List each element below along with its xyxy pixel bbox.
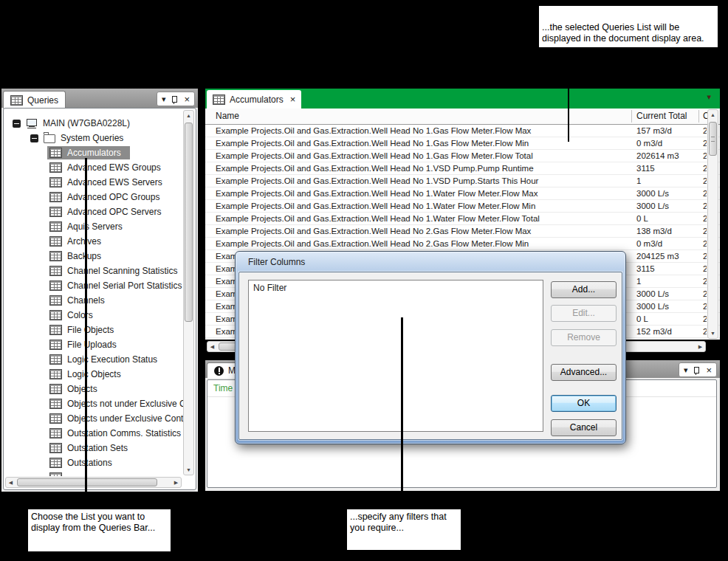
tree-item[interactable]: Advanced EWS Servers [4,175,194,190]
scroll-right-icon[interactable]: ▶ [696,342,705,351]
tree-item-label: Logic Execution Status [67,354,157,365]
filter-list-box[interactable]: No Filter [248,280,543,432]
scroll-down-icon[interactable]: ▼ [708,328,718,338]
table-row[interactable]: Example Projects.Oil and Gas.Extraction.… [205,125,720,137]
table-row[interactable]: Example Projects.Oil and Gas.Extraction.… [205,187,720,200]
tree-item[interactable]: Channels [4,293,194,308]
query-list-icon [49,162,62,173]
scroll-thumb[interactable] [709,122,717,156]
tree-item[interactable]: File Objects [4,323,194,337]
tree-item-main[interactable]: MAIN (W7GBA0228L) [4,116,194,131]
tree-item[interactable]: Archives [4,234,194,249]
cell-current-total: 204125 m3 [636,250,698,262]
cell-current-total: 3000 L/s [636,200,698,212]
query-list-icon [49,354,62,365]
scroll-down-icon[interactable]: ▼ [184,465,193,475]
table-vertical-scrollbar[interactable]: ▲ ▼ [707,109,718,339]
query-list-icon [49,221,62,232]
tree-item[interactable]: Advanced OPC Servers [4,204,194,219]
tree-item-label: Archives [67,236,101,247]
pin-icon[interactable] [694,367,699,374]
document-tab-bar: Accumulators × ▾ [205,89,720,109]
table-row[interactable]: Example Projects.Oil and Gas.Extraction.… [205,200,720,213]
table-row[interactable]: Example Projects.Oil and Gas.Extraction.… [205,162,720,175]
scroll-up-icon[interactable]: ▲ [708,110,718,120]
tree-item[interactable]: Channel Scanning Statistics [4,264,194,278]
advanced-button[interactable]: Advanced... [551,364,617,381]
tree-item[interactable]: Outstations [4,455,194,470]
queries-panel-header: Queries ▾ × [1,89,198,108]
tree-item-label: Objects [67,384,97,394]
column-header-current-total[interactable]: Current Total [636,111,687,121]
close-icon[interactable]: × [706,365,712,375]
tree-item[interactable]: Objects not under Exclusive Cont [4,396,194,411]
tree-horizontal-scrollbar[interactable]: ◀ ▶ [5,477,182,488]
tree-vertical-scrollbar[interactable]: ▲ ▼ [183,110,194,475]
tree-item[interactable]: Colors [4,308,194,323]
scroll-left-icon[interactable]: ◀ [6,478,16,487]
table-row[interactable]: Example Projects.Oil and Gas.Extraction.… [205,225,720,238]
query-list-icon [49,280,62,291]
column-divider[interactable] [698,110,699,123]
tree-item[interactable]: Aquis Servers [4,219,194,234]
collapse-icon[interactable] [13,120,21,128]
column-header-name[interactable]: Name [216,111,239,121]
cell-current-total: 0 L [636,213,698,224]
tree-item-system-queries[interactable]: System Queries [4,131,194,145]
cell-partial: 2 [703,175,707,187]
tree-item[interactable]: Outstation Sets [4,441,194,455]
table-row[interactable]: Example Projects.Oil and Gas.Extraction.… [205,175,720,187]
queries-tree-container: MAIN (W7GBA0228L) System Queries Accumul… [3,108,196,490]
table-row[interactable]: Example Projects.Oil and Gas.Extraction.… [205,238,720,250]
tabbar-dropdown-icon[interactable]: ▾ [707,92,711,102]
cancel-button[interactable]: Cancel [551,419,617,436]
cell-name: Example Projects.Oil and Gas.Extraction.… [216,238,628,249]
close-icon[interactable]: × [184,94,190,104]
column-divider[interactable] [631,110,632,123]
callout-line-filter [401,317,403,509]
tree-item[interactable]: Advanced EWS Groups [4,160,194,175]
query-list-icon [49,310,62,320]
query-list-icon [49,399,62,409]
tree-item-label: File Objects [67,325,114,335]
scroll-right-icon[interactable]: ▶ [171,478,181,487]
tree-item[interactable]: Objects under Exclusive Control [4,411,194,426]
cell-name: Example Projects.Oil and Gas.Extraction.… [216,137,628,149]
tree-item[interactable]: Objects [4,382,194,396]
query-list-icon [49,266,62,276]
scroll-up-icon[interactable]: ▲ [184,111,193,120]
ok-button[interactable]: OK [551,395,617,412]
cell-current-total: 0 m3/d [636,238,698,249]
queries-tab[interactable]: Queries [3,91,66,109]
scroll-left-icon[interactable]: ◀ [207,342,217,351]
close-tab-icon[interactable]: × [290,94,296,104]
panel-menu-icon[interactable]: ▾ [162,95,166,103]
tree-item-label: Advanced EWS Groups [67,162,161,173]
tree-item-clipped[interactable] [4,470,194,476]
tree-item[interactable]: Logic Objects [4,367,194,382]
query-list-icon [49,207,62,217]
tree-item[interactable]: Logic Execution Status [4,352,194,367]
cell-name: Example Projects.Oil and Gas.Extraction.… [216,187,628,199]
scroll-thumb[interactable] [185,123,193,322]
tree-item[interactable]: Advanced OPC Groups [4,190,194,204]
add-button[interactable]: Add... [551,281,617,298]
query-list-icon [49,192,62,202]
tree-item-accumulators-selected[interactable]: Accumulators [4,145,194,160]
tree-item[interactable]: File Uploads [4,337,194,352]
cell-current-total: 3000 L/s [636,300,698,312]
tab-accumulators[interactable]: Accumulators × [207,90,301,109]
pin-icon[interactable] [172,96,177,103]
cell-partial: 2 [703,213,707,224]
tree-item[interactable]: Channel Serial Port Statistics [4,278,194,293]
scroll-thumb[interactable] [17,478,157,486]
table-row[interactable]: Example Projects.Oil and Gas.Extraction.… [205,213,720,225]
tree-item[interactable]: Backups [4,249,194,264]
table-row[interactable]: Example Projects.Oil and Gas.Extraction.… [205,150,720,162]
cell-current-total: 0 L [636,313,698,325]
collapse-icon[interactable] [30,134,38,142]
tree-item[interactable]: Outstation Comms. Statistics [4,426,194,441]
table-row[interactable]: Example Projects.Oil and Gas.Extraction.… [205,137,720,150]
column-header-time[interactable]: Time [213,383,233,393]
panel-menu-icon[interactable]: ▾ [684,366,688,374]
